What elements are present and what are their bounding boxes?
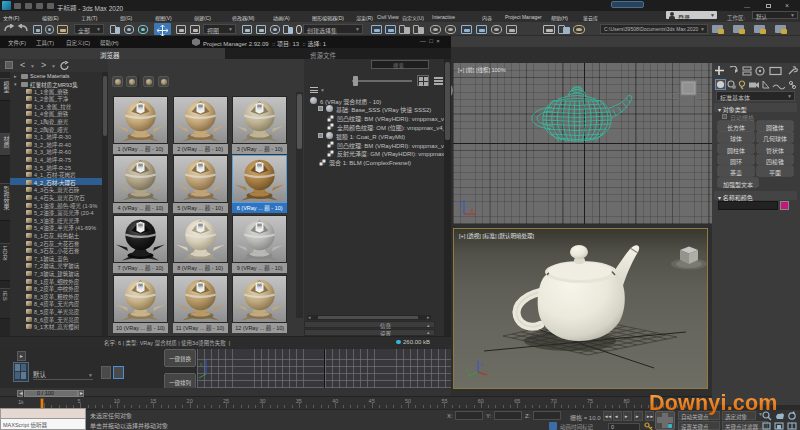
svg-text:x: x: [466, 367, 469, 373]
svg-text:x: x: [471, 207, 474, 213]
svg-text:z: z: [480, 361, 483, 367]
svg-text:x: x: [200, 361, 203, 367]
svg-text:y: y: [459, 200, 462, 206]
